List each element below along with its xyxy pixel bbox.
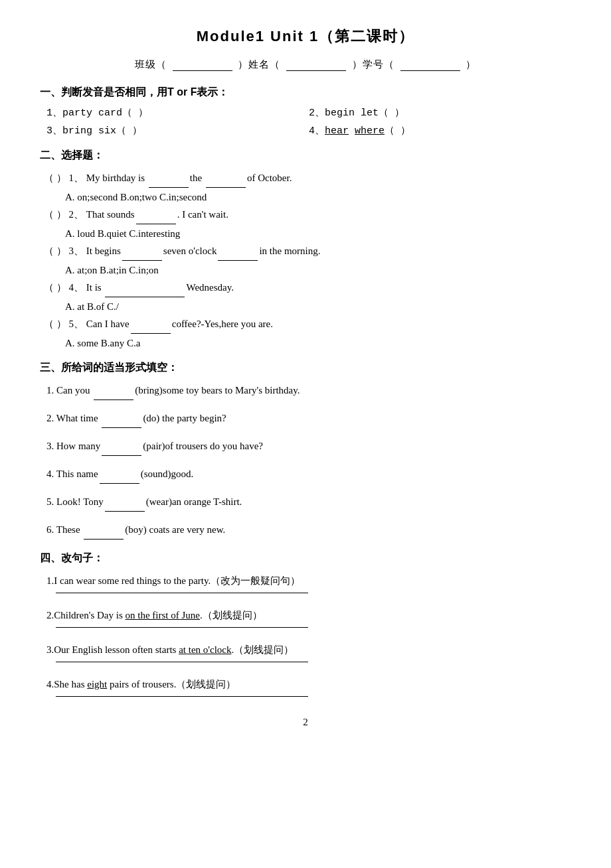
section1-title: 一、判断发音是否相同，用T or F表示：: [40, 86, 571, 100]
name-blank: [286, 59, 346, 71]
change-item-2: 2.Children's Day is on the first of June…: [46, 607, 571, 628]
change-item-3: 3.Our English lesson often starts at ten…: [46, 641, 571, 662]
q5-num: 5、: [69, 319, 84, 329]
bracket-3: （ ）: [44, 246, 66, 256]
fill-item-4: 4. This name (sound)good.: [46, 465, 571, 484]
fill-3-text: 3. How many (pair)of trousers do you hav…: [46, 441, 263, 451]
bracket-5: （ ）: [44, 319, 66, 329]
class-blank: [173, 59, 232, 71]
choice-item-3: （ ） 3、 It begins seven o'clock in the mo…: [44, 242, 571, 261]
info-row: 班级（ ）姓名（ ）学号（ ）: [40, 58, 571, 71]
fill-item-3: 3. How many (pair)of trousers do you hav…: [46, 437, 571, 456]
section4-content: 1.I can wear some red things to the part…: [40, 572, 571, 697]
fill-item-2: 2. What time (do) the party begin?: [46, 409, 571, 428]
fill-6-text: 6. These (boy) coats are very new.: [46, 524, 225, 535]
q5-options: A. some B.any C.a: [65, 338, 140, 348]
change-2-text: 2.Children's Day is on the first of June…: [46, 610, 262, 620]
q2-options: A. loud B.quiet C.interesting: [65, 228, 180, 239]
pron-3-text: 3、bring six（ ）: [46, 124, 142, 137]
pron-item-2: 2、begin let（ ）: [309, 106, 571, 119]
fill-5-text: 5. Look! Tony (wear)an orange T-shirt.: [46, 496, 242, 507]
fill-1-text: 1. Can you (bring)some toy bears to Mary…: [46, 385, 300, 396]
fill-item-5: 5. Look! Tony (wear)an orange T-shirt.: [46, 493, 571, 512]
q4-options: A. at B.of C./: [65, 301, 119, 312]
class-label: 班级（: [135, 58, 167, 71]
pron-4-text: 4、hear where（ ）: [309, 124, 410, 137]
choice-options-2: A. loud B.quiet C.interesting: [44, 228, 571, 240]
change-item-1: 1.I can wear some red things to the part…: [46, 572, 571, 593]
closing: ）: [466, 58, 476, 71]
section4: 四、改句子： 1.I can wear some red things to t…: [40, 551, 571, 697]
id-blank: [400, 59, 460, 71]
bracket-1: （ ）: [44, 173, 66, 183]
choice-options-1: A. on;second B.on;two C.in;second: [44, 192, 571, 203]
choice-options-5: A. some B.any C.a: [44, 338, 571, 349]
q2-text: That sounds . I can't wait.: [86, 209, 228, 220]
section3-content: 1. Can you (bring)some toy bears to Mary…: [40, 382, 571, 540]
page-title: Module1 Unit 1（第二课时）: [40, 27, 571, 46]
name-label: ）姓名（: [238, 58, 280, 71]
change-4-line: [56, 696, 308, 697]
fill-item-1: 1. Can you (bring)some toy bears to Mary…: [46, 382, 571, 400]
section3-title: 三、所给词的适当形式填空：: [40, 361, 571, 375]
page-number: 2: [40, 717, 571, 728]
fill-2-text: 2. What time (do) the party begin?: [46, 413, 226, 423]
change-item-4: 4.She has eight pairs of trousers.（划线提问）: [46, 676, 571, 697]
pron-2-text: 2、begin let（ ）: [309, 106, 404, 119]
q2-num: 2、: [69, 209, 84, 220]
id-label: ）学号（: [352, 58, 394, 71]
section2-title: 二、选择题：: [40, 149, 571, 163]
q1-text: My birthday is the of October.: [86, 173, 292, 183]
q1-num: 1、: [69, 173, 84, 183]
q3-options: A. at;on B.at;in C.in;on: [65, 265, 159, 275]
pron-item-4: 4、hear where（ ）: [309, 124, 571, 137]
section1-content: 1、party card（ ） 2、begin let（ ） 3、bring s…: [40, 106, 571, 137]
change-1-line: [56, 593, 308, 593]
pron-rows: 1、party card（ ） 2、begin let（ ）: [46, 106, 571, 119]
section2: 二、选择题： （ ） 1、 My birthday is the of Octo…: [40, 149, 571, 349]
fill-item-6: 6. These (boy) coats are very new.: [46, 521, 571, 540]
section1: 一、判断发音是否相同，用T or F表示： 1、party card（ ） 2、…: [40, 86, 571, 137]
choice-options-4: A. at B.of C./: [44, 301, 571, 313]
q4-text: It is Wednesday.: [86, 282, 234, 293]
q5-text: Can I have coffee?-Yes,here you are.: [86, 319, 273, 329]
change-4-text: 4.She has eight pairs of trousers.（划线提问）: [46, 679, 236, 689]
change-1-text: 1.I can wear some red things to the part…: [46, 575, 300, 586]
pron-rows-2: 3、bring six（ ） 4、hear where（ ）: [46, 124, 571, 137]
change-3-text: 3.Our English lesson often starts at ten…: [46, 644, 294, 655]
pron-1-text: 1、party card（ ）: [46, 106, 148, 119]
bracket-4: （ ）: [44, 282, 66, 293]
choice-item-2: （ ） 2、 That sounds . I can't wait.: [44, 206, 571, 224]
choice-item-4: （ ） 4、 It is Wednesday.: [44, 279, 571, 297]
choice-options-3: A. at;on B.at;in C.in;on: [44, 265, 571, 276]
choice-item-1: （ ） 1、 My birthday is the of October.: [44, 169, 571, 188]
q1-options: A. on;second B.on;two C.in;second: [65, 192, 207, 202]
section3: 三、所给词的适当形式填空： 1. Can you (bring)some toy…: [40, 361, 571, 540]
bracket-2: （ ）: [44, 209, 66, 220]
change-3-line: [56, 662, 308, 662]
section2-content: （ ） 1、 My birthday is the of October. A.…: [40, 169, 571, 349]
pron-item-3: 3、bring six（ ）: [46, 124, 309, 137]
pron-item-1: 1、party card（ ）: [46, 106, 309, 119]
q3-num: 3、: [69, 246, 84, 256]
q4-num: 4、: [69, 282, 84, 293]
section4-title: 四、改句子：: [40, 551, 571, 565]
fill-4-text: 4. This name (sound)good.: [46, 469, 193, 479]
q3-text: It begins seven o'clock in the morning.: [86, 246, 321, 256]
change-2-line: [56, 627, 308, 628]
choice-item-5: （ ） 5、 Can I have coffee?-Yes,here you a…: [44, 315, 571, 334]
